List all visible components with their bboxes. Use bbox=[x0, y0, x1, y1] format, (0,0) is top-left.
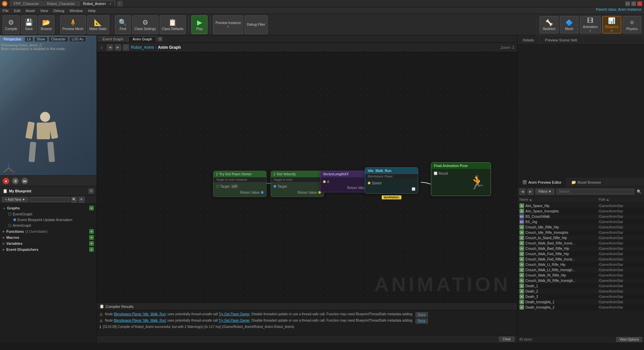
asset-row[interactable]: A Crouch_Walk_Rt_Rifle_Ironsigh... /Game… bbox=[517, 278, 644, 283]
cr-link-blendspace-2[interactable]: Blendspace Player 'Idle_Walk_Run' bbox=[114, 319, 166, 322]
menu-debug[interactable]: Debug bbox=[53, 9, 64, 13]
asset-browser-tab[interactable]: 📁 Asset Browser bbox=[567, 178, 606, 187]
find-button[interactable]: 🔍 Find bbox=[115, 15, 131, 34]
asset-row[interactable]: BS BS_Jog /Game/AnimStar bbox=[517, 219, 644, 224]
preview-instance-button[interactable]: Preview Instance ▼ bbox=[213, 15, 243, 34]
close-sub-tab[interactable]: × bbox=[158, 37, 162, 41]
step-btn[interactable]: ⏭ bbox=[21, 178, 28, 184]
menu-view[interactable]: View bbox=[40, 9, 48, 13]
pin-speed-iwr[interactable]: Speed bbox=[365, 180, 418, 186]
browse-button[interactable]: 📂 Browse bbox=[38, 15, 54, 34]
lit-btn[interactable]: Lit bbox=[25, 37, 33, 42]
graph-canvas[interactable]: ƒ Try Get Pawn Owner Target is Anim Inst… bbox=[97, 52, 517, 303]
skeleton-button[interactable]: 🦴 Skeleton bbox=[539, 16, 558, 33]
bp-eye-btn[interactable]: 👁 bbox=[78, 197, 85, 203]
animation-button[interactable]: 🎞 Animation ▼ bbox=[580, 16, 601, 33]
character-btn[interactable]: Character bbox=[49, 37, 68, 42]
filters-btn[interactable]: Filters ▼ bbox=[535, 189, 554, 194]
tab-robot-character[interactable]: Robot_Character bbox=[43, 1, 79, 6]
bp-search-btn[interactable]: 🔍 bbox=[71, 197, 77, 203]
class-defaults-button[interactable]: 📋 Class Defaults bbox=[160, 15, 186, 34]
show-btn[interactable]: Show bbox=[34, 37, 47, 42]
node-idle-walk-run[interactable]: Idle_Walk_Run Blendspace Player Speed WA… bbox=[365, 167, 418, 194]
breadcrumb-root[interactable]: Robot_Animi bbox=[131, 45, 154, 50]
save-button[interactable]: 💾 Save bbox=[21, 15, 37, 34]
sub-tab-event-graph[interactable]: Event Graph bbox=[98, 36, 128, 42]
preview-mesh-button[interactable]: 🧍 Preview Mesh bbox=[60, 15, 86, 34]
asset-row[interactable]: A Crouch_Walk_Lt_Rifle_Ironsigh... /Game… bbox=[517, 267, 644, 273]
nav-back-btn[interactable]: ◀ bbox=[107, 44, 113, 50]
asset-row[interactable]: A Crouch_to_Stand_Rifle_Hip /Game/AnimSt… bbox=[517, 235, 644, 240]
cr-link-try-get-1[interactable]: Try Get Pawn Owner bbox=[219, 312, 250, 316]
pin-target-tgpo[interactable]: Target self bbox=[213, 183, 266, 189]
cr-clear-btn[interactable]: Clear bbox=[499, 337, 514, 342]
add-new-btn[interactable]: + Add New ▼ bbox=[2, 197, 28, 202]
asset-row[interactable]: BS BS_CrouchWalk /Game/AnimStar bbox=[517, 214, 644, 219]
compile-button[interactable]: ⚙ Compile bbox=[3, 15, 20, 34]
pin-output-iwr[interactable] bbox=[365, 186, 418, 192]
asset-row[interactable]: A Death_Ironsights_1 /Game/AnimStar bbox=[517, 299, 644, 305]
asset-row[interactable]: A Death_Ironsights_2 /Game/AnimStar bbox=[517, 305, 644, 310]
pin-return-tgpo[interactable]: Return Value bbox=[213, 189, 266, 195]
asset-row[interactable]: A Aim_Space_Hip /Game/AnimStar bbox=[517, 203, 644, 208]
bp-close-btn[interactable]: × bbox=[89, 188, 94, 194]
asset-row[interactable]: A Death_3 /Game/AnimStar bbox=[517, 294, 644, 299]
anim-preview-tab[interactable]: 🎬 Anim Preview Editor bbox=[517, 178, 567, 187]
asset-search-input[interactable] bbox=[556, 189, 634, 194]
asset-row[interactable]: A Crouch_Walk_Bwd_Rifle_Hip /Game/AnimSt… bbox=[517, 246, 644, 251]
class-settings-button[interactable]: ⚙ Class Settings bbox=[132, 15, 158, 34]
event-blueprint-item[interactable]: Event Blueprint Update Animation bbox=[0, 217, 97, 222]
debug-filter-button[interactable]: Debug Filter bbox=[245, 15, 267, 34]
new-tab-btn[interactable]: + bbox=[117, 1, 123, 6]
make-static-button[interactable]: 📐 Make Static bbox=[87, 15, 109, 34]
physics-button[interactable]: ⚛ Physics bbox=[623, 16, 641, 33]
mesh-button[interactable]: 🔷 Mesh bbox=[560, 16, 579, 33]
star-btn[interactable]: ☆ bbox=[100, 45, 105, 50]
tab-close-btn[interactable]: × bbox=[109, 2, 111, 6]
cr-link-blendspace-1[interactable]: Blendspace Player 'Idle_Walk_Run' bbox=[114, 312, 166, 316]
cr-link-try-get-2[interactable]: Try Get Pawn Owner bbox=[219, 319, 250, 322]
graphs-add-btn[interactable]: + bbox=[89, 206, 94, 210]
sub-tab-anim-graph[interactable]: Anim Graph bbox=[128, 36, 157, 42]
anim-graph-item[interactable]: ⬡ AnimGraph bbox=[0, 222, 97, 228]
menu-file[interactable]: File bbox=[3, 9, 9, 13]
asset-row[interactable]: A Death_2 /Game/AnimStar bbox=[517, 289, 644, 294]
nav-forward-btn[interactable]: ▶ bbox=[115, 44, 121, 50]
asset-search-icon-btn[interactable]: 🔍 bbox=[636, 189, 642, 195]
perspective-btn[interactable]: Perspective bbox=[1, 37, 23, 42]
view-options-btn[interactable]: View Options bbox=[616, 337, 642, 342]
node-get-velocity[interactable]: ƒ Get Velocity Target is Actor Target Re… bbox=[271, 171, 324, 197]
maximize-btn[interactable]: □ bbox=[631, 1, 636, 6]
record-btn[interactable]: ● bbox=[3, 178, 9, 184]
asset-row[interactable]: A Crouch_Walk_Bwd_Rifle_Ironsi... /Game/… bbox=[517, 240, 644, 246]
event-graph-item[interactable]: ⬡ EventGraph bbox=[0, 211, 97, 217]
asset-row[interactable]: A Crouch_Idle_Rifle_Hip /Game/AnimStar bbox=[517, 224, 644, 230]
asset-nav-back[interactable]: ◀ bbox=[519, 189, 525, 195]
bp-search-input[interactable] bbox=[30, 197, 70, 202]
pin-return-gv[interactable]: Return Value bbox=[271, 189, 324, 195]
parent-class-value[interactable]: Anim Instance bbox=[618, 7, 641, 11]
asset-row[interactable]: A Crouch_Walk_Fwd_Rifle_Hip /Game/AnimSt… bbox=[517, 251, 644, 256]
asset-row[interactable]: A Crouch_Walk_Rt_Rifle_Hip /Game/AnimSta… bbox=[517, 273, 644, 278]
menu-asset[interactable]: Asset bbox=[26, 9, 35, 13]
minimize-btn[interactable]: — bbox=[625, 1, 630, 6]
asset-row[interactable]: A Aim_Space_Ironsights /Game/AnimStar bbox=[517, 208, 644, 214]
tab-robot-animi[interactable]: Robot_Animi+ × bbox=[79, 1, 115, 6]
close-btn[interactable]: × bbox=[637, 1, 642, 6]
asset-nav-forward[interactable]: ▶ bbox=[527, 189, 533, 195]
pause-btn[interactable]: ⏸ bbox=[12, 178, 19, 184]
functions-add-btn[interactable]: + bbox=[89, 229, 94, 234]
variables-add-btn[interactable]: + bbox=[89, 241, 94, 246]
blueprint-button[interactable]: 📊 Blueprint ▼ bbox=[602, 16, 621, 33]
cr-docs-btn-1[interactable]: Docs bbox=[416, 312, 428, 317]
macros-add-btn[interactable]: + bbox=[89, 235, 94, 240]
node-final-pose[interactable]: Final Animation Pose Result 🏃 bbox=[431, 162, 491, 196]
events-add-btn[interactable]: + bbox=[89, 247, 94, 252]
play-button[interactable]: ▶ Play bbox=[191, 15, 207, 34]
lod-btn[interactable]: LOD Au bbox=[69, 37, 86, 42]
cr-docs-btn-2[interactable]: Docs bbox=[416, 319, 428, 324]
preview-scene-tab[interactable]: Preview Scene Sett bbox=[540, 35, 583, 44]
col-header-path[interactable]: Path ▲ bbox=[599, 198, 642, 201]
pin-result-final[interactable]: Result bbox=[431, 170, 464, 176]
menu-edit[interactable]: Edit bbox=[14, 9, 20, 13]
